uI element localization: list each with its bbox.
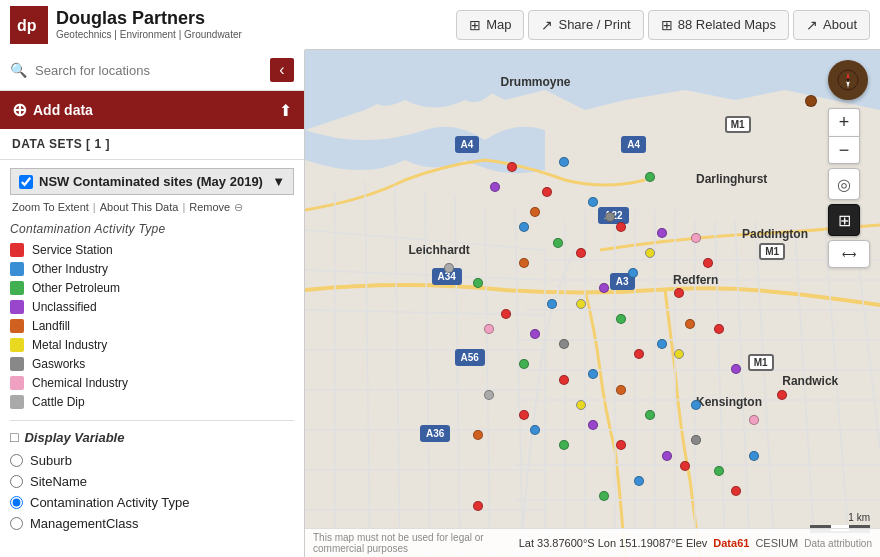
site-dot[interactable] xyxy=(634,349,644,359)
layers-button[interactable]: ⊞ xyxy=(828,204,860,236)
site-dot[interactable] xyxy=(731,486,741,496)
site-dot[interactable] xyxy=(749,415,759,425)
site-dot[interactable] xyxy=(628,268,638,278)
search-input[interactable] xyxy=(35,63,262,78)
site-dot[interactable] xyxy=(731,364,741,374)
map-controls: + − ◎ ⊞ ⟷ xyxy=(828,60,870,268)
site-dot[interactable] xyxy=(662,451,672,461)
site-dot[interactable] xyxy=(519,359,529,369)
site-dot[interactable] xyxy=(616,440,626,450)
remove-link[interactable]: Remove xyxy=(189,201,230,214)
svg-point-45 xyxy=(846,78,850,82)
site-dot[interactable] xyxy=(501,309,511,319)
site-dot[interactable] xyxy=(605,212,615,222)
display-variable-radio[interactable] xyxy=(10,496,23,509)
site-dot[interactable] xyxy=(749,451,759,461)
display-variable-radio[interactable] xyxy=(10,475,23,488)
site-dot[interactable] xyxy=(714,324,724,334)
site-dot[interactable] xyxy=(559,440,569,450)
site-dot[interactable] xyxy=(530,207,540,217)
svg-line-15 xyxy=(825,230,850,557)
site-dot[interactable] xyxy=(599,491,609,501)
map-button[interactable]: ⊞ Map xyxy=(456,10,524,40)
site-dot[interactable] xyxy=(616,222,626,232)
upload-icon[interactable]: ⬆ xyxy=(279,101,292,120)
site-dot[interactable] xyxy=(519,258,529,268)
site-dot[interactable] xyxy=(507,162,517,172)
site-dot[interactable] xyxy=(599,283,609,293)
dataset-title-bar: NSW Contaminated sites (May 2019) ▼ xyxy=(10,168,294,195)
site-dot[interactable] xyxy=(680,461,690,471)
share-print-button[interactable]: ↗ Share / Print xyxy=(528,10,643,40)
site-dot[interactable] xyxy=(645,410,655,420)
site-dot[interactable] xyxy=(484,390,494,400)
dataset-dropdown-icon[interactable]: ▼ xyxy=(272,174,285,189)
site-dot[interactable] xyxy=(714,466,724,476)
site-dot[interactable] xyxy=(674,349,684,359)
site-dot[interactable] xyxy=(691,435,701,445)
site-dot[interactable] xyxy=(519,410,529,420)
site-dot[interactable] xyxy=(616,385,626,395)
site-dot[interactable] xyxy=(588,420,598,430)
site-dot[interactable] xyxy=(685,319,695,329)
site-dot[interactable] xyxy=(576,299,586,309)
site-dot[interactable] xyxy=(657,228,667,238)
display-variable-option[interactable]: ManagementClass xyxy=(10,516,294,531)
site-dot[interactable] xyxy=(559,157,569,167)
about-button[interactable]: ↗ About xyxy=(793,10,870,40)
related-maps-button[interactable]: ⊞ 88 Related Maps xyxy=(648,10,789,40)
legend-label: Chemical Industry xyxy=(32,376,128,390)
site-dot[interactable] xyxy=(576,248,586,258)
site-dot[interactable] xyxy=(553,238,563,248)
distance-button[interactable]: ⟷ xyxy=(828,240,870,268)
site-dot[interactable] xyxy=(547,299,557,309)
zoom-out-button[interactable]: − xyxy=(828,136,860,164)
about-data-link[interactable]: About This Data xyxy=(100,201,179,214)
site-dot[interactable] xyxy=(519,222,529,232)
site-dot[interactable] xyxy=(634,476,644,486)
site-dot[interactable] xyxy=(657,339,667,349)
site-dot[interactable] xyxy=(674,288,684,298)
site-dot[interactable] xyxy=(444,263,454,273)
site-dot[interactable] xyxy=(473,430,483,440)
site-dot[interactable] xyxy=(588,197,598,207)
site-dot[interactable] xyxy=(559,339,569,349)
header: dp Douglas Partners Geotechnics | Enviro… xyxy=(0,0,880,50)
svg-line-37 xyxy=(395,185,400,557)
site-dot[interactable] xyxy=(691,233,701,243)
site-dot[interactable] xyxy=(530,425,540,435)
site-dot[interactable] xyxy=(490,182,500,192)
dataset-checkbox[interactable] xyxy=(19,175,33,189)
dataset-actions: Zoom To Extent | About This Data | Remov… xyxy=(10,201,294,214)
site-dot[interactable] xyxy=(616,314,626,324)
legend-item: Chemical Industry xyxy=(10,375,294,391)
legend-list: Service StationOther IndustryOther Petro… xyxy=(10,242,294,410)
site-dot[interactable] xyxy=(559,375,569,385)
site-dot[interactable] xyxy=(805,95,817,107)
site-dot[interactable] xyxy=(473,501,483,511)
compass-button[interactable] xyxy=(828,60,868,100)
site-dot[interactable] xyxy=(691,400,701,410)
locate-button[interactable]: ◎ xyxy=(828,168,860,200)
display-variable-option[interactable]: Contamination Activity Type xyxy=(10,495,294,510)
site-dot[interactable] xyxy=(473,278,483,288)
zoom-in-button[interactable]: + xyxy=(828,108,860,136)
site-dot[interactable] xyxy=(645,172,655,182)
related-maps-label: 88 Related Maps xyxy=(678,17,776,32)
map-area[interactable]: Drummoyne Darlinghurst Paddington Leichh… xyxy=(305,50,880,557)
display-variable-radio[interactable] xyxy=(10,454,23,467)
site-dot[interactable] xyxy=(703,258,713,268)
site-dot[interactable] xyxy=(530,329,540,339)
sidebar-collapse-button[interactable]: ‹ xyxy=(270,58,294,82)
site-dot[interactable] xyxy=(777,390,787,400)
site-dot[interactable] xyxy=(588,369,598,379)
zoom-extent-link[interactable]: Zoom To Extent xyxy=(12,201,89,214)
site-dot[interactable] xyxy=(645,248,655,258)
display-variable-radio[interactable] xyxy=(10,517,23,530)
site-dot[interactable] xyxy=(484,324,494,334)
add-data-button[interactable]: ⊕ Add data xyxy=(12,99,93,121)
site-dot[interactable] xyxy=(576,400,586,410)
display-variable-option[interactable]: SiteName xyxy=(10,474,294,489)
site-dot[interactable] xyxy=(542,187,552,197)
display-variable-option[interactable]: Suburb xyxy=(10,453,294,468)
